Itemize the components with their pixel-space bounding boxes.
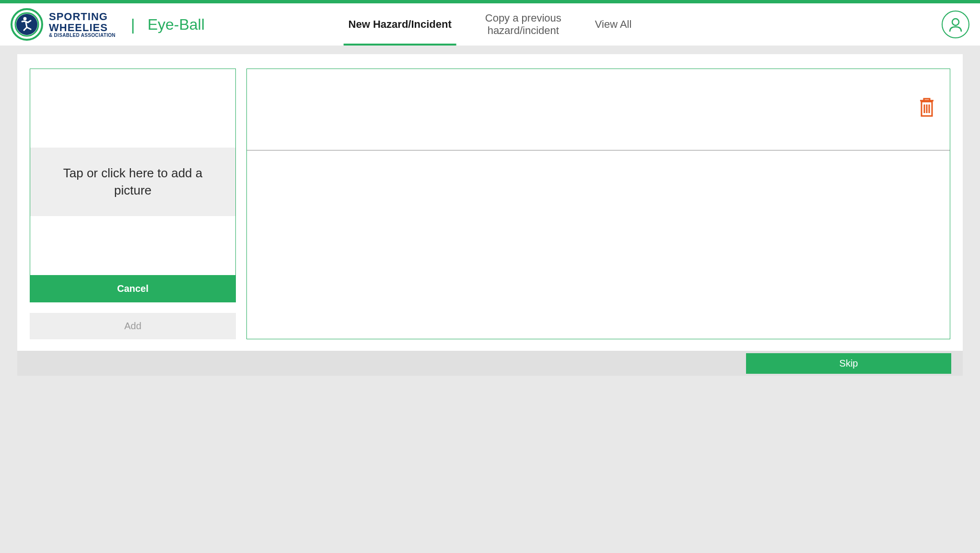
- tab-view-all[interactable]: View All: [590, 3, 637, 46]
- footer-bar: Skip: [17, 351, 963, 376]
- picture-upload-frame: Tap or click here to add a picture Cance…: [30, 69, 236, 302]
- logo-line3: & DISABLED ASSOCIATION: [49, 33, 116, 38]
- delete-button[interactable]: [918, 97, 935, 120]
- user-profile-button[interactable]: [942, 11, 969, 38]
- tab-label: New Hazard/Incident: [349, 18, 452, 31]
- tab-label-line1: Copy a previous: [485, 12, 561, 24]
- tab-new-hazard-incident[interactable]: New Hazard/Incident: [344, 3, 456, 46]
- app-name: Eye-Ball: [148, 16, 205, 34]
- user-icon: [947, 16, 964, 33]
- skip-button[interactable]: Skip: [746, 353, 951, 374]
- logo-section: SPORTING WHEELIES & DISABLED ASSOCIATION…: [11, 8, 205, 41]
- logo-line2: WHEELIES: [49, 22, 116, 33]
- picture-spacer-top: [30, 69, 235, 148]
- svg-point-3: [23, 17, 27, 21]
- top-accent-bar: [0, 0, 980, 3]
- tab-label-line2: hazard/incident: [488, 24, 559, 37]
- tab-copy-previous[interactable]: Copy a previous hazard/incident: [480, 3, 566, 46]
- logo-line1: SPORTING: [49, 11, 116, 22]
- cancel-button[interactable]: Cancel: [30, 275, 235, 302]
- sporting-wheelies-logo-icon: [11, 8, 43, 41]
- preview-body: [247, 150, 950, 339]
- left-column: Tap or click here to add a picture Cance…: [30, 69, 236, 339]
- logo-text: SPORTING WHEELIES & DISABLED ASSOCIATION: [49, 11, 116, 38]
- main-panel: Tap or click here to add a picture Cance…: [17, 54, 963, 351]
- trash-icon: [918, 97, 935, 118]
- tab-label: View All: [595, 18, 632, 31]
- preview-panel: [246, 69, 950, 339]
- content-row: Tap or click here to add a picture Cance…: [30, 69, 950, 339]
- header: SPORTING WHEELIES & DISABLED ASSOCIATION…: [0, 3, 980, 46]
- picture-spacer-bottom: [30, 216, 235, 275]
- add-button[interactable]: Add: [30, 313, 236, 339]
- preview-header: [247, 69, 950, 150]
- svg-point-4: [952, 19, 959, 25]
- logo-divider: |: [131, 15, 135, 34]
- nav-tabs: New Hazard/Incident Copy a previous haza…: [344, 3, 637, 46]
- add-picture-area[interactable]: Tap or click here to add a picture: [30, 148, 235, 216]
